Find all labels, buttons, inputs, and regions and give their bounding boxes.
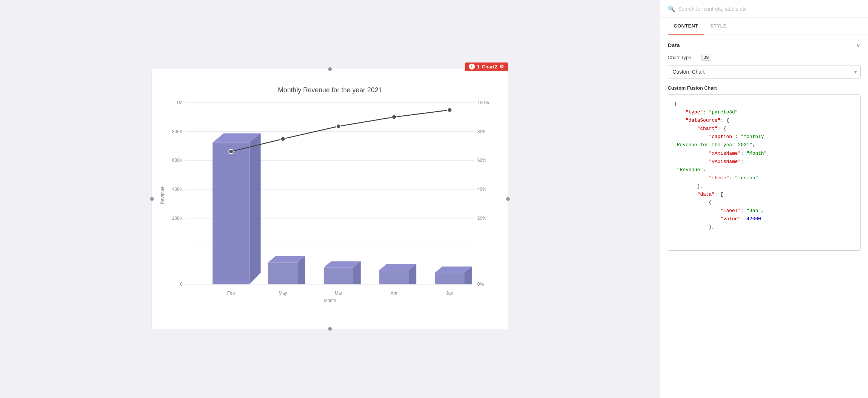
svg-rect-24 [268, 262, 298, 284]
svg-marker-23 [250, 134, 261, 285]
svg-text:Mar: Mar [335, 291, 343, 296]
warning-icon: ! [469, 64, 475, 70]
right-panel: 🔍 Search for controls, labels etc CONTEN… [660, 0, 868, 398]
line-point-may [281, 137, 285, 141]
search-placeholder[interactable]: Search for controls, labels etc [678, 6, 746, 12]
chart-type-select[interactable]: Custom Chart [668, 65, 861, 78]
chart-area: ! 1 Chart2 ⚙ Monthly Revenue for the yea… [0, 0, 660, 398]
svg-text:Feb: Feb [227, 291, 235, 296]
chart-type-label: Chart Type [668, 55, 697, 60]
svg-text:20%: 20% [477, 216, 486, 221]
svg-text:May: May [279, 291, 287, 296]
search-bar[interactable]: 🔍 Search for controls, labels etc [660, 0, 868, 18]
line-point-jan [447, 108, 452, 112]
line-point-apr [392, 115, 396, 119]
svg-text:400K: 400K [172, 187, 182, 192]
svg-text:0%: 0% [477, 282, 484, 287]
chart-badge[interactable]: ! 1 Chart2 ⚙ [465, 62, 508, 71]
tab-content[interactable]: CONTENT [668, 18, 704, 35]
gear-icon[interactable]: ⚙ [499, 64, 504, 70]
custom-fusion-section: Custom Fusion Chart { "type": "pareto3d"… [668, 85, 861, 251]
svg-text:600K: 600K [172, 158, 182, 163]
svg-text:0: 0 [180, 282, 183, 287]
svg-text:Month: Month [324, 298, 336, 303]
chart-container[interactable]: ! 1 Chart2 ⚙ Monthly Revenue for the yea… [152, 69, 508, 329]
panel-body: Data ∨ Chart Type JS Custom Chart ▾ Cust… [660, 35, 868, 398]
svg-text:1M: 1M [176, 100, 183, 105]
resize-handle-bottom[interactable] [328, 327, 332, 331]
code-editor[interactable]: { "type": "pareto3d", "dataSource": { "c… [668, 94, 861, 251]
badge-count: 1 [477, 64, 480, 70]
js-badge: JS [701, 54, 711, 61]
badge-chart-name: Chart2 [482, 64, 497, 70]
line-point-mar [336, 124, 341, 129]
custom-fusion-label: Custom Fusion Chart [668, 85, 861, 91]
svg-text:Apr: Apr [391, 291, 398, 296]
search-icon: 🔍 [668, 5, 675, 12]
line-point-feb [229, 149, 233, 154]
tab-row: CONTENT STYLE [660, 18, 868, 35]
data-section-title: Data [668, 42, 680, 48]
chart-type-select-wrapper[interactable]: Custom Chart ▾ [668, 65, 861, 78]
svg-text:100%: 100% [477, 100, 489, 105]
svg-rect-21 [213, 142, 250, 284]
data-section-header[interactable]: Data ∨ [668, 42, 861, 49]
resize-handle-top[interactable] [328, 67, 332, 71]
chart-svg: Monthly Revenue for the year 2021 1M 800… [156, 73, 504, 325]
chart-type-row: Chart Type JS [668, 54, 861, 61]
resize-handle-left[interactable] [150, 197, 154, 201]
svg-text:80%: 80% [477, 129, 486, 134]
svg-text:200K: 200K [172, 216, 182, 221]
resize-handle-right[interactable] [506, 197, 510, 201]
tab-style[interactable]: STYLE [704, 18, 732, 35]
svg-text:60%: 60% [477, 158, 486, 163]
svg-rect-27 [324, 267, 353, 284]
svg-text:Revenue: Revenue [160, 186, 165, 204]
pareto-line [231, 110, 450, 152]
svg-text:40%: 40% [477, 187, 486, 192]
chart-title: Monthly Revenue for the year 2021 [278, 86, 382, 94]
chevron-down-icon[interactable]: ∨ [856, 42, 861, 49]
svg-text:800K: 800K [172, 129, 182, 134]
chart-svg-wrapper: Monthly Revenue for the year 2021 1M 800… [152, 69, 508, 329]
svg-rect-33 [435, 273, 464, 284]
svg-text:Jan: Jan [446, 291, 453, 296]
svg-rect-30 [379, 270, 409, 284]
